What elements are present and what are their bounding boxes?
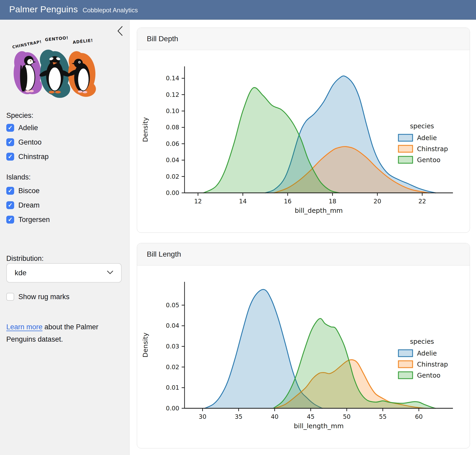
x-tick-label: 16 — [284, 198, 291, 205]
checkbox-unchecked-icon — [6, 293, 14, 301]
app-title: Palmer Penguins — [9, 4, 78, 14]
learn-more-text: Learn more about the Palmer Penguins dat… — [6, 321, 116, 346]
rug-checkbox-label: Show rug marks — [18, 293, 69, 301]
checkbox-checked-icon — [6, 187, 14, 195]
islands-checkbox-torgersen[interactable]: Torgersen — [6, 216, 50, 224]
legend-swatch-gentoo — [398, 156, 413, 163]
y-axis-label: Density — [142, 332, 149, 357]
learn-more-link[interactable]: Learn more — [6, 323, 42, 331]
artwork-label-adelie: ADÉLIE! — [72, 38, 93, 45]
bill-length-card: Bill Length 0.000.010.020.030.040.053035… — [137, 243, 470, 448]
app-header: Palmer Penguins Cobblepot Analytics — [0, 0, 476, 20]
legend: speciesAdelieChinstrapGentoo — [398, 338, 448, 379]
chevron-left-icon — [117, 25, 123, 37]
y-tick-label: 0.00 — [166, 405, 179, 412]
legend-swatch-gentoo — [398, 372, 413, 379]
x-tick-label: 60 — [415, 413, 423, 420]
islands-option-label: Biscoe — [18, 187, 40, 195]
legend-swatch-adelie — [398, 350, 413, 357]
x-tick-label: 14 — [239, 198, 247, 205]
islands-checkbox-dream[interactable]: Dream — [6, 201, 50, 209]
legend-swatch-chinstrap — [398, 361, 413, 368]
legend: speciesAdelieChinstrapGentoo — [398, 122, 448, 164]
legend-label-chinstrap: Chinstrap — [417, 361, 448, 368]
bill-depth-card: Bill Depth 0.000.020.040.060.080.100.120… — [137, 28, 470, 233]
y-tick-label: 0.05 — [166, 302, 179, 309]
app-window: Palmer Penguins Cobblepot Analytics — [0, 0, 476, 455]
kde-chart-svg: 0.000.010.020.030.040.0530354045505560bi… — [137, 266, 470, 439]
penguins-artwork-image: CHINSTRAP! GENTOO! ADÉLIE! — [7, 33, 97, 104]
legend-label-gentoo: Gentoo — [417, 372, 440, 379]
y-tick-label: 0.12 — [166, 91, 179, 98]
kde-chart-svg: 0.000.020.040.060.080.100.120.1412141618… — [137, 50, 470, 223]
y-axis-label: Density — [142, 117, 149, 142]
x-tick-label: 18 — [329, 198, 336, 205]
species-option-label: Gentoo — [18, 138, 42, 146]
species-checkbox-gentoo[interactable]: Gentoo — [6, 138, 49, 146]
islands-option-label: Dream — [18, 201, 40, 209]
bill-length-card-title: Bill Length — [147, 250, 181, 258]
rug-checkbox[interactable]: Show rug marks — [6, 293, 69, 301]
y-tick-label: 0.04 — [166, 322, 179, 329]
app-subtitle: Cobblepot Analytics — [83, 7, 138, 14]
distribution-section-label: Distribution: — [6, 255, 44, 263]
y-tick-label: 0.06 — [166, 140, 179, 147]
legend-label-chinstrap: Chinstrap — [417, 145, 448, 153]
legend-swatch-chinstrap — [398, 145, 413, 152]
islands-option-label: Torgersen — [18, 216, 50, 224]
checkbox-checked-icon — [6, 138, 14, 146]
x-tick-label: 12 — [194, 198, 202, 205]
x-tick-label: 55 — [379, 413, 387, 420]
x-tick-label: 40 — [271, 413, 278, 420]
bill-depth-card-header: Bill Depth — [137, 28, 470, 50]
x-tick-label: 20 — [374, 198, 381, 205]
legend-label-gentoo: Gentoo — [417, 156, 440, 164]
x-tick-label: 50 — [343, 413, 350, 420]
bill-depth-kde-plot: 0.000.020.040.060.080.100.120.1412141618… — [137, 50, 470, 223]
artwork-label-chinstrap: CHINSTRAP! — [12, 39, 42, 50]
species-checklist: AdelieGentooChinstrap — [6, 124, 49, 167]
species-checkbox-adelie[interactable]: Adelie — [6, 124, 49, 132]
artwork-label-gentoo: GENTOO! — [45, 35, 69, 42]
y-tick-label: 0.14 — [166, 75, 179, 82]
x-tick-label: 22 — [418, 198, 426, 205]
legend-title: species — [410, 338, 434, 345]
checkbox-checked-icon — [6, 124, 14, 132]
species-option-label: Adelie — [18, 124, 38, 132]
checkbox-checked-icon — [6, 201, 14, 209]
species-option-label: Chinstrap — [18, 153, 49, 161]
header-brand: Palmer Penguins Cobblepot Analytics — [9, 4, 138, 14]
bill-length-card-header: Bill Length — [137, 243, 470, 266]
y-tick-label: 0.01 — [166, 384, 179, 391]
legend-swatch-adelie — [398, 134, 413, 141]
legend-title: species — [410, 122, 434, 130]
checkbox-checked-icon — [6, 153, 14, 161]
rug-checkbox-row: Show rug marks — [6, 293, 69, 307]
sidebar: CHINSTRAP! GENTOO! ADÉLIE! Species: Adel… — [0, 20, 129, 455]
distribution-select[interactable]: kde — [6, 263, 122, 283]
islands-section-label: Islands: — [6, 173, 31, 181]
checkbox-checked-icon — [6, 216, 14, 224]
main-content: Bill Depth 0.000.020.040.060.080.100.120… — [129, 20, 476, 455]
x-axis-label: bill_depth_mm — [295, 207, 343, 214]
bill-length-kde-plot: 0.000.010.020.030.040.0530354045505560bi… — [137, 266, 470, 439]
x-axis-label: bill_length_mm — [294, 422, 344, 430]
bill-depth-card-title: Bill Depth — [147, 35, 178, 43]
y-tick-label: 0.02 — [166, 173, 179, 180]
chevron-down-icon — [107, 271, 113, 275]
legend-label-adelie: Adelie — [417, 350, 437, 357]
sidebar-collapse-button[interactable] — [116, 25, 125, 37]
y-tick-label: 0.02 — [166, 364, 179, 371]
y-tick-label: 0.04 — [166, 157, 179, 163]
x-tick-label: 35 — [235, 413, 242, 420]
y-tick-label: 0.10 — [166, 108, 179, 114]
x-tick-label: 45 — [307, 413, 315, 420]
y-tick-label: 0.08 — [166, 124, 179, 131]
x-tick-label: 30 — [199, 413, 206, 420]
species-checkbox-chinstrap[interactable]: Chinstrap — [6, 153, 49, 161]
islands-checkbox-biscoe[interactable]: Biscoe — [6, 187, 50, 195]
distribution-selected-value: kde — [15, 269, 26, 277]
species-section-label: Species: — [6, 112, 34, 120]
y-tick-label: 0.00 — [166, 189, 179, 196]
y-tick-label: 0.03 — [166, 343, 179, 350]
